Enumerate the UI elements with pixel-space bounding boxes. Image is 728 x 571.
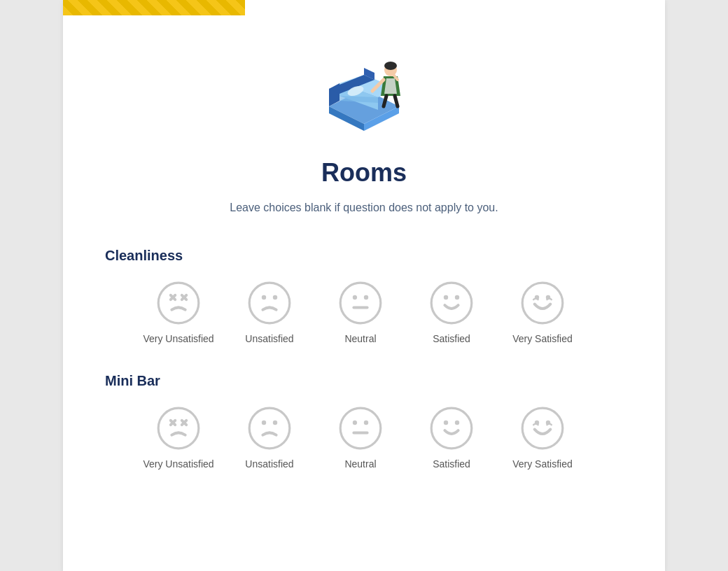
svg-point-18 — [158, 283, 199, 323]
rating-option-unsatisfied[interactable]: Unsatisfied — [224, 406, 315, 470]
rating-label-neutral: Neutral — [344, 458, 376, 470]
rating-label-satisfied: Satisfied — [433, 332, 470, 345]
smiley-very-unsatisfied-icon — [156, 281, 201, 325]
rating-option-satisfied[interactable]: Satisfied — [406, 406, 497, 470]
smiley-very-unsatisfied-icon — [156, 406, 201, 451]
page-title: Rooms — [105, 158, 623, 188]
svg-point-48 — [431, 408, 472, 449]
rating-row-cleanliness: Very Unsatisfied Unsatisfied Neutral Sat… — [105, 281, 623, 345]
svg-point-26 — [340, 283, 381, 323]
page-wrapper: Rooms Leave choices blank if question do… — [0, 0, 728, 571]
svg-point-24 — [262, 295, 266, 299]
svg-point-46 — [364, 421, 368, 425]
svg-point-36 — [158, 408, 199, 449]
rating-option-very-unsatisfied[interactable]: Very Unsatisfied — [133, 406, 224, 470]
rating-label-unsatisfied: Unsatisfied — [245, 332, 293, 345]
svg-point-49 — [444, 421, 448, 425]
rating-label-neutral: Neutral — [344, 332, 376, 345]
top-bar-decoration — [63, 0, 245, 15]
rating-option-very-satisfied[interactable]: Very Satisfied — [497, 281, 588, 345]
rating-option-neutral[interactable]: Neutral — [315, 281, 406, 345]
rating-option-very-satisfied[interactable]: Very Satisfied — [497, 406, 588, 470]
rating-option-unsatisfied[interactable]: Unsatisfied — [224, 281, 315, 345]
card-content: Rooms Leave choices blank if question do… — [63, 15, 665, 540]
section-title-mini-bar: Mini Bar — [105, 373, 623, 389]
smiley-neutral-icon — [338, 406, 383, 451]
section-cleanliness: Cleanliness Very Unsatisfied Unsatisfied… — [105, 248, 623, 345]
page-subtitle: Leave choices blank if question does not… — [105, 202, 623, 214]
svg-point-31 — [444, 295, 448, 299]
smiley-satisfied-icon — [429, 406, 474, 451]
smiley-unsatisfied-icon — [247, 281, 292, 325]
rating-label-very-unsatisfied: Very Unsatisfied — [143, 458, 214, 470]
svg-point-25 — [273, 295, 277, 299]
rating-label-unsatisfied: Unsatisfied — [245, 458, 293, 470]
smiley-satisfied-icon — [429, 281, 474, 325]
svg-point-41 — [249, 408, 290, 449]
rating-option-very-unsatisfied[interactable]: Very Unsatisfied — [133, 281, 224, 345]
illustration — [105, 43, 623, 141]
rating-label-very-satisfied: Very Satisfied — [512, 332, 573, 345]
svg-point-43 — [273, 421, 277, 425]
rating-label-very-satisfied: Very Satisfied — [512, 458, 573, 470]
svg-point-50 — [455, 421, 459, 425]
svg-point-23 — [249, 283, 290, 323]
svg-point-51 — [522, 408, 563, 449]
smiley-very-satisfied-icon — [520, 281, 565, 325]
svg-point-42 — [262, 421, 266, 425]
rating-label-satisfied: Satisfied — [433, 458, 470, 470]
rating-option-satisfied[interactable]: Satisfied — [406, 281, 497, 345]
svg-point-11 — [384, 62, 397, 70]
smiley-very-satisfied-icon — [520, 406, 565, 451]
card: Rooms Leave choices blank if question do… — [63, 0, 665, 571]
smiley-unsatisfied-icon — [247, 406, 292, 451]
section-title-cleanliness: Cleanliness — [105, 248, 623, 264]
svg-point-32 — [455, 295, 459, 299]
svg-point-44 — [340, 408, 381, 449]
bed-icon — [308, 43, 420, 141]
rating-label-very-unsatisfied: Very Unsatisfied — [143, 332, 214, 345]
svg-marker-13 — [384, 78, 397, 94]
rating-option-neutral[interactable]: Neutral — [315, 406, 406, 470]
section-mini-bar: Mini Bar Very Unsatisfied Unsatisfied Ne… — [105, 373, 623, 470]
svg-point-28 — [364, 295, 368, 299]
svg-point-45 — [353, 421, 357, 425]
svg-point-27 — [353, 295, 357, 299]
sections-container: Cleanliness Very Unsatisfied Unsatisfied… — [105, 248, 623, 470]
svg-point-30 — [431, 283, 472, 323]
smiley-neutral-icon — [338, 281, 383, 325]
rating-row-mini-bar: Very Unsatisfied Unsatisfied Neutral Sat… — [105, 406, 623, 470]
svg-point-33 — [522, 283, 563, 323]
